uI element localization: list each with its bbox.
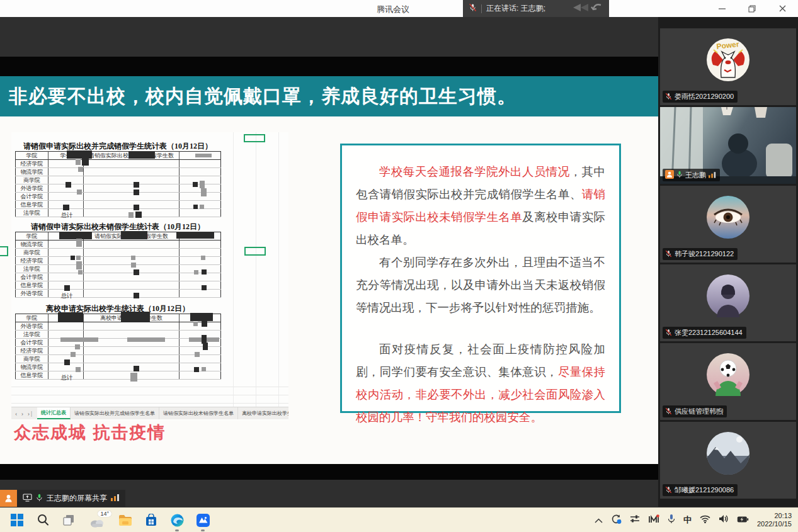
mic-on-icon xyxy=(676,171,683,179)
participant-name: 韩子骏2121290122 xyxy=(675,249,734,259)
participant-name: 供应链管理韩煦 xyxy=(675,407,723,416)
volume-icon[interactable] xyxy=(719,514,729,526)
signal-icon xyxy=(709,171,716,179)
participant-name-tag: 王志鹏 xyxy=(663,169,720,181)
system-tray: 中 20:13 2022/10/15 xyxy=(595,512,798,528)
stats-table: 学院 学生 请销假实际出校未销假学生数 物流学院 商学院 经济学院 法学院 会计… xyxy=(15,232,220,298)
mic-muted-icon xyxy=(665,329,672,337)
gridline xyxy=(11,387,288,387)
participant-name: 娄雨恬2021290200 xyxy=(675,92,734,101)
mic-on-icon xyxy=(36,494,43,504)
participant-tile[interactable]: Power 娄雨恬2021290200 xyxy=(660,28,796,105)
participant-name: 张雯22312125604144 xyxy=(675,328,743,337)
tray-time: 20:13 xyxy=(757,512,792,520)
table-footer: 总计 xyxy=(42,292,92,300)
mic-muted-icon xyxy=(665,486,672,495)
selected-row-marker xyxy=(0,246,8,256)
participant-name: 邹曦媛2121290086 xyxy=(675,485,734,495)
titlebar: 腾讯会议 正在讲话: 王志鹏; xyxy=(0,0,798,17)
start-icon[interactable] xyxy=(9,512,25,528)
stats-table: 学院 学生 请销假实际出校并完成销假学生数 经济学院 物流学院 商学院 外语学院… xyxy=(15,151,220,217)
taskbar: 14° 中 20:13 2022/10/15 xyxy=(0,507,798,532)
gridline xyxy=(233,132,234,407)
speaking-label: 正在讲话: 王志鹏; xyxy=(486,3,545,14)
tray-date: 2022/10/15 xyxy=(757,520,792,528)
tray-clock[interactable]: 20:13 2022/10/15 xyxy=(757,512,792,528)
close-icon[interactable] xyxy=(774,2,790,16)
participant-tile[interactable]: 邹曦媛2121290086 xyxy=(660,422,796,499)
avatar xyxy=(705,195,751,240)
taskview-icon[interactable] xyxy=(60,512,77,528)
table-footer: 总计 xyxy=(42,212,92,220)
participant-name: 王志鹏 xyxy=(685,171,706,180)
paragraph: 有个别同学存在多次外出，且理由不适当不充分等情况出现，以及申请外出当天未返校销假… xyxy=(356,251,605,319)
ime-indicator[interactable]: 中 xyxy=(683,514,692,526)
participant-tile[interactable]: 韩子骏2121290122 xyxy=(660,186,796,263)
mixer-icon[interactable] xyxy=(630,514,640,526)
participant-name-tag: 韩子骏2121290122 xyxy=(663,248,738,260)
gridline xyxy=(256,132,256,407)
sheet-tab-uncancelled-list: 请销假实际出校未销假学生名单 xyxy=(159,407,238,419)
participant-tile[interactable]: 供应链管理韩煦 xyxy=(660,343,796,420)
wifi-icon[interactable] xyxy=(700,514,710,526)
slide-top-bar xyxy=(0,57,658,76)
slogan-text: 众志成城 抗击疫情 xyxy=(14,421,166,444)
weather-widget[interactable]: 14° xyxy=(86,512,108,528)
mic-muted-icon xyxy=(665,407,672,416)
sheet-tab-leave-list: 离校申请实际出校学生名单 xyxy=(238,407,288,419)
mic-muted-icon xyxy=(665,250,672,259)
gridline xyxy=(11,403,288,404)
participants-sidebar: Power 娄雨恬2021290200 王志鹏 xyxy=(658,17,798,507)
participant-name-tag: 娄雨恬2021290200 xyxy=(663,91,738,103)
file-explorer-icon[interactable] xyxy=(117,512,134,528)
participant-tile[interactable]: 王志鹏 xyxy=(660,107,796,184)
participant-name-tag: 张雯22312125604144 xyxy=(663,327,746,339)
app-title: 腾讯会议 xyxy=(377,4,409,15)
gridline xyxy=(11,395,288,395)
table-footer: 总计 xyxy=(42,374,92,382)
search-icon[interactable] xyxy=(35,512,51,528)
share-label: 王志鹏的屏幕共享 xyxy=(47,493,107,504)
gridline xyxy=(278,132,279,407)
avatar xyxy=(705,273,751,319)
slide-body: 请销假申请实际出校并完成销假学生统计表（10月12日） 学院 学生 请销假实际出… xyxy=(0,116,658,464)
paragraph: 面对疫情反复，社会面上疫情防控风险加剧，同学们要有安全意识、集体意识，尽量保持校… xyxy=(356,338,605,429)
screen-share-icon xyxy=(23,494,32,504)
tencent-meeting-icon[interactable] xyxy=(195,512,211,528)
recording-app-icon[interactable] xyxy=(648,514,659,526)
avatar xyxy=(705,352,751,397)
sheet-nav-arrows-icon: ‹ › ›| xyxy=(11,410,37,417)
screen-share-indicator[interactable]: 王志鹏的屏幕共享 xyxy=(0,490,125,507)
participant-tile[interactable]: 张雯22312125604144 xyxy=(660,264,796,341)
app-window: 腾讯会议 正在讲话: 王志鹏; 非必要不出校，校内自觉佩戴口罩，养成良好的卫生习… xyxy=(0,0,798,532)
slide-banner: 非必要不出校，校内自觉佩戴口罩，养成良好的卫生习惯。 xyxy=(0,76,658,116)
spreadsheet-image: 请销假申请实际出校并完成销假学生统计表（10月12日） 学院 学生 请销假实际出… xyxy=(11,132,288,421)
selected-cell xyxy=(244,247,266,256)
host-icon xyxy=(0,490,17,507)
sync-icon[interactable] xyxy=(611,514,622,527)
annotation-arrows-icon[interactable] xyxy=(568,2,603,16)
table-title: 请销假申请实际出校未销假学生统计表（10月12日） xyxy=(15,222,220,232)
shared-screen-area: 非必要不出校，校内自觉佩戴口罩，养成良好的卫生习惯。 请销假申请实际出校并完成销… xyxy=(0,17,658,507)
slide-banner-text: 非必要不出校，校内自觉佩戴口罩，养成良好的卫生习惯。 xyxy=(9,84,516,110)
avatar xyxy=(705,431,751,476)
store-icon[interactable] xyxy=(143,512,159,528)
sheet-tab-summary: 统计汇总表 xyxy=(37,407,71,419)
weather-temp: 14° xyxy=(98,511,111,517)
mic-tray-icon[interactable] xyxy=(668,514,675,526)
speaking-indicator: 正在讲话: 王志鹏; xyxy=(463,0,609,17)
paragraph: 学校每天会通报各学院外出人员情况，其中包含请销假实际出校并完成销假学生名单、请销… xyxy=(356,161,605,251)
minimize-icon[interactable] xyxy=(714,2,730,16)
avatar: Power xyxy=(705,37,751,82)
restore-icon[interactable] xyxy=(744,2,760,16)
edge-icon[interactable] xyxy=(169,512,185,528)
stats-table: 学院 学生 离校申请实际出校学生数 外语学院 法学院 会计学院 经济学院 商学院… xyxy=(15,314,220,380)
mic-muted-icon xyxy=(665,93,672,101)
participant-name-tag: 邹曦媛2121290086 xyxy=(663,484,738,496)
selected-cell xyxy=(244,134,265,142)
battery-icon[interactable] xyxy=(737,514,749,526)
notice-text-box: 学校每天会通报各学院外出人员情况，其中包含请销假实际出校并完成销假学生名单、请销… xyxy=(340,144,621,413)
chevron-up-icon[interactable] xyxy=(595,514,603,526)
host-icon xyxy=(665,170,674,180)
table-title: 请销假申请实际出校并完成销假学生统计表（10月12日） xyxy=(15,141,220,152)
